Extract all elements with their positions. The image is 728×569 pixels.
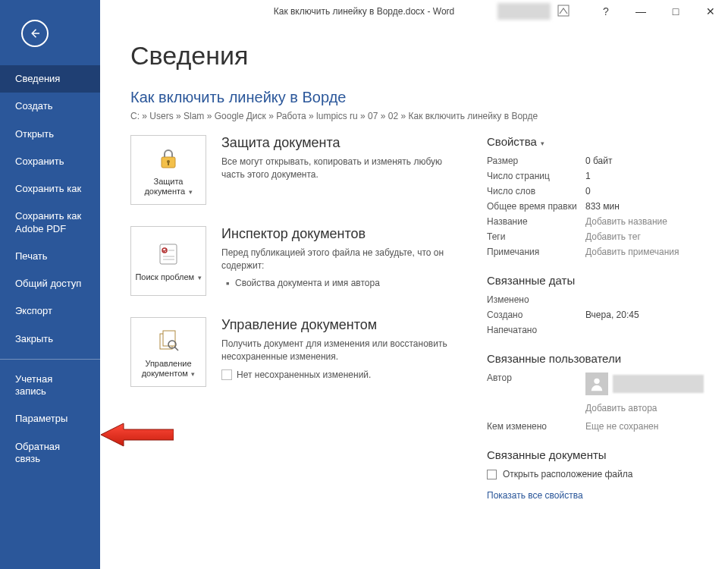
inspect-document-section: Поиск проблем ▾ Инспектор документов Пер… [130, 226, 457, 296]
last-modified-by-value: Еще не сохранен [585, 421, 658, 432]
page-title: Сведения [130, 41, 698, 71]
show-all-properties-link[interactable]: Показать все свойства [487, 490, 583, 501]
date-label: Напечатано [487, 325, 585, 335]
related-people-heading: Связанные пользователи [487, 352, 704, 365]
properties-heading[interactable]: Свойства ▾ [487, 135, 704, 148]
open-file-location-link[interactable]: Открыть расположение файла [487, 469, 704, 479]
property-label: Число страниц [487, 171, 585, 181]
avatar-icon [585, 373, 608, 395]
property-value: 833 мин [585, 201, 620, 212]
property-row: ПримечанияДобавить примечания [487, 247, 704, 257]
nav-item-7[interactable]: Общий доступ [0, 270, 100, 297]
help-button[interactable]: ? [588, 0, 623, 23]
inspect-body: Перед публикацией этого файла не забудьт… [221, 247, 457, 273]
author-label: Автор [487, 373, 585, 413]
manage-none: Нет несохраненных изменений. [237, 369, 371, 380]
ribbon-display-options-button[interactable] [551, 2, 576, 20]
svg-point-17 [594, 379, 599, 384]
nav-item-8[interactable]: Экспорт [0, 297, 100, 325]
nav-footer-item-2[interactable]: Обратная связь [0, 433, 100, 473]
documents-icon [155, 325, 181, 356]
nav-footer-item-0[interactable]: Учетная запись [0, 366, 100, 406]
property-value: 0 [585, 186, 591, 196]
protect-document-label: Защита документа [144, 177, 185, 196]
property-row: НазваниеДобавить название [487, 216, 704, 227]
property-row: ТегиДобавить тег [487, 231, 704, 242]
add-author-link[interactable]: Добавить автора [585, 403, 704, 413]
nav-item-2[interactable]: Открыть [0, 121, 100, 148]
author-entry[interactable] [585, 373, 704, 395]
svg-rect-4 [558, 5, 569, 16]
document-icon [221, 369, 232, 380]
nav-divider [0, 359, 100, 360]
property-label: Название [487, 216, 585, 227]
property-value: 1 [585, 171, 591, 181]
property-value[interactable]: Добавить примечания [585, 247, 679, 257]
chevron-down-icon: ▾ [190, 370, 196, 378]
manage-heading: Управление документом [221, 317, 457, 333]
date-label: Создано [487, 310, 585, 320]
property-row: Размер0 байт [487, 156, 704, 166]
redacted-area [497, 3, 551, 20]
related-documents-heading: Связанные документы [487, 448, 704, 461]
nav-footer-item-1[interactable]: Параметры [0, 405, 100, 432]
minimize-button[interactable]: — [623, 0, 658, 23]
date-row: СозданоВчера, 20:45 [487, 310, 704, 320]
inspect-bullet: Свойства документа и имя автора [221, 278, 457, 288]
property-value: 0 байт [585, 156, 612, 166]
nav-item-9[interactable]: Закрыть [0, 325, 100, 353]
nav-item-3[interactable]: Сохранить [0, 148, 100, 175]
chevron-down-icon: ▾ [187, 188, 193, 196]
protect-body: Все могут открывать, копировать и изменя… [221, 156, 457, 182]
date-value: Вчера, 20:45 [585, 310, 639, 320]
property-row: Число слов0 [487, 186, 704, 196]
chevron-down-icon: ▾ [539, 140, 545, 147]
nav-item-0[interactable]: Сведения [0, 65, 100, 93]
manage-document-label: Управление документом [142, 359, 192, 378]
protect-heading: Защита документа [221, 135, 457, 151]
redacted-author-name [613, 375, 704, 393]
inspect-heading: Инспектор документов [221, 226, 457, 242]
titlebar: Как включить линейку в Ворде.docx - Word… [0, 0, 728, 23]
nav-item-5[interactable]: Сохранить как Adobe PDF [0, 203, 100, 243]
date-row: Напечатано [487, 325, 704, 335]
svg-rect-7 [168, 162, 169, 165]
chevron-down-icon: ▾ [196, 274, 202, 281]
property-row: Число страниц1 [487, 171, 704, 181]
nav-item-6[interactable]: Печать [0, 243, 100, 270]
lock-icon [155, 143, 181, 174]
related-dates-heading: Связанные даты [487, 274, 704, 287]
last-modified-by-label: Кем изменено [487, 421, 585, 432]
manage-body: Получить документ для изменения или восс… [221, 338, 457, 364]
checklist-icon [155, 239, 181, 269]
property-value[interactable]: Добавить тег [585, 231, 641, 242]
check-issues-button[interactable]: Поиск проблем ▾ [130, 226, 206, 296]
manage-document-button[interactable]: Управление документом ▾ [130, 317, 206, 387]
protect-document-section: Защита документа ▾ Защита документа Все … [130, 135, 457, 205]
date-label: Изменено [487, 294, 585, 305]
close-button[interactable]: ✕ [693, 0, 728, 23]
maximize-button[interactable]: □ [658, 0, 693, 23]
property-value[interactable]: Добавить название [585, 216, 667, 227]
protect-document-button[interactable]: Защита документа ▾ [130, 135, 206, 205]
folder-icon [487, 470, 497, 479]
property-label: Общее время правки [487, 201, 585, 212]
nav-item-1[interactable]: Создать [0, 93, 100, 120]
property-label: Теги [487, 231, 585, 242]
svg-rect-14 [163, 331, 175, 346]
date-row: Изменено [487, 294, 704, 305]
content-area: Сведения Как включить линейку в Ворде C:… [100, 23, 728, 569]
property-label: Примечания [487, 247, 585, 257]
document-title: Как включить линейку в Ворде [130, 89, 698, 106]
svg-rect-8 [160, 244, 177, 264]
breadcrumb: C: » Users » Slam » Google Диск » Работа… [130, 111, 698, 121]
nav-item-4[interactable]: Сохранить как [0, 175, 100, 203]
check-issues-label: Поиск проблем [135, 272, 194, 281]
back-button[interactable] [21, 20, 49, 47]
backstage-sidebar: СведенияСоздатьОткрытьСохранитьСохранить… [0, 0, 100, 569]
property-label: Число слов [487, 186, 585, 196]
property-label: Размер [487, 156, 585, 166]
manage-document-section: Управление документом ▾ Управление докум… [130, 317, 457, 387]
property-row: Общее время правки833 мин [487, 201, 704, 212]
svg-line-16 [174, 347, 178, 351]
